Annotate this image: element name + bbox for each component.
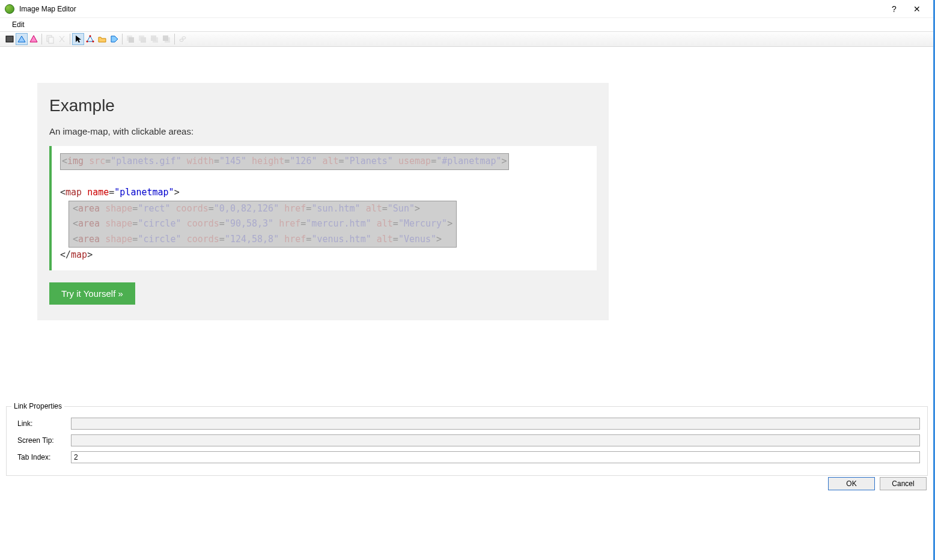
example-panel: Example An image-map, with clickable are… (37, 83, 609, 320)
bring-front-icon (124, 33, 136, 45)
try-it-button[interactable]: Try it Yourself » (49, 282, 135, 305)
titlebar: Image Map Editor ? ✕ (0, 0, 935, 18)
close-button[interactable]: ✕ (903, 0, 930, 18)
tab-index-label: Tab Index: (14, 453, 71, 461)
pointer-icon[interactable] (72, 33, 84, 45)
toolbar (0, 31, 935, 47)
code-img-line[interactable]: <img src="planets.gif" width="145" heigh… (60, 153, 509, 170)
svg-rect-11 (129, 37, 134, 43)
dialog-button-bar: OK Cancel (828, 477, 927, 490)
code-area-1: <area shape="rect" coords="0,0,82,126" h… (73, 201, 452, 217)
screen-tip-input[interactable] (71, 434, 920, 446)
svg-marker-2 (30, 35, 37, 42)
code-map-open: <map name="planetmap"> (60, 187, 180, 198)
svg-rect-4 (49, 37, 53, 43)
screen-tip-label: Screen Tip: (14, 436, 71, 445)
svg-marker-5 (76, 35, 81, 43)
cancel-button[interactable]: Cancel (880, 477, 927, 490)
svg-point-8 (93, 41, 94, 43)
menubar: Edit (0, 18, 935, 31)
triangle-icon[interactable] (16, 33, 28, 45)
svg-marker-1 (18, 36, 25, 42)
svg-point-18 (180, 39, 183, 41)
folder-icon[interactable] (96, 33, 108, 45)
svg-point-7 (90, 35, 91, 37)
link-properties-group: Link Properties Link: Screen Tip: Tab In… (6, 406, 928, 476)
code-block: <img src="planets.gif" width="145" heigh… (49, 146, 597, 270)
code-map-close: </map> (60, 249, 93, 260)
help-button[interactable]: ? (885, 0, 903, 18)
link-input[interactable] (71, 418, 920, 430)
svg-rect-0 (6, 36, 13, 42)
app-icon (5, 4, 14, 14)
polygon-edit-icon[interactable] (84, 33, 96, 45)
link-icon (177, 33, 189, 45)
shape-icon[interactable] (28, 33, 40, 45)
tab-index-input[interactable] (71, 451, 920, 463)
rect-icon[interactable] (4, 33, 16, 45)
code-area-3: <area shape="circle" coords="124,58,8" h… (73, 232, 452, 248)
svg-point-9 (87, 41, 88, 43)
copy-icon (44, 33, 56, 45)
link-label: Link: (14, 419, 71, 428)
window-title: Image Map Editor (19, 5, 76, 13)
code-areas[interactable]: <area shape="rect" coords="0,0,82,126" h… (69, 201, 457, 248)
svg-rect-17 (163, 35, 168, 41)
example-subtitle: An image-map, with clickable areas: (49, 126, 597, 136)
bring-forward-icon (136, 33, 148, 45)
svg-rect-13 (141, 37, 146, 43)
send-backward-icon (148, 33, 160, 45)
tag-icon[interactable] (108, 33, 120, 45)
send-back-icon (160, 33, 172, 45)
cut-icon (56, 33, 68, 45)
content-area: Example An image-map, with clickable are… (5, 48, 930, 401)
link-properties-legend: Link Properties (11, 402, 64, 410)
svg-point-19 (182, 37, 186, 39)
ok-button[interactable]: OK (828, 477, 875, 490)
menu-edit[interactable]: Edit (7, 19, 29, 30)
svg-rect-15 (151, 35, 156, 41)
example-heading: Example (49, 96, 597, 115)
code-area-2: <area shape="circle" coords="90,58,3" hr… (73, 216, 452, 232)
